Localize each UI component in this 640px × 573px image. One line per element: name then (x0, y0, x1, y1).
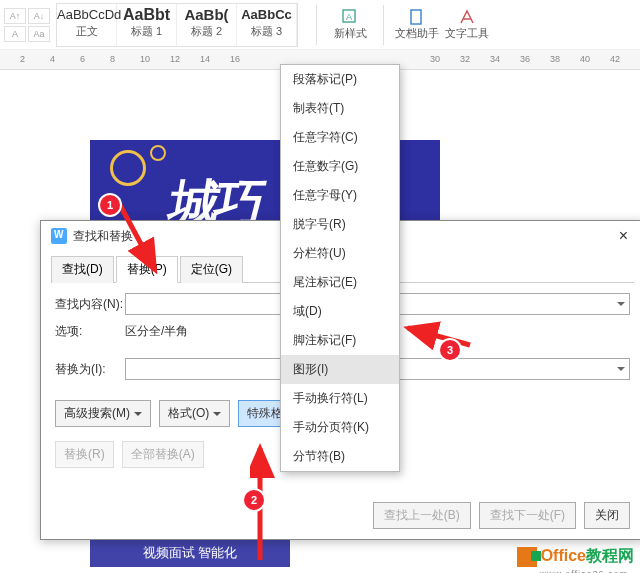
format-button[interactable]: 格式(O) (159, 400, 230, 427)
options-value: 区分全/半角 (125, 323, 188, 340)
annotation-arrow-1 (110, 200, 170, 280)
ribbon: A↑ A↓ A Aa AaBbCcDd 正文 AaBbt 标题 1 AaBb( … (0, 0, 640, 50)
chevron-down-icon (213, 412, 221, 420)
font-options-icon[interactable]: Aa (28, 26, 50, 42)
style-label: 标题 2 (177, 24, 236, 39)
decrease-font-icon[interactable]: A↓ (28, 8, 50, 24)
separator (383, 5, 384, 45)
replace-button[interactable]: 替换(R) (55, 441, 114, 468)
style-label: 正文 (57, 24, 116, 39)
options-label: 选项: (55, 323, 125, 340)
separator (316, 5, 317, 45)
menu-paragraph-mark[interactable]: 段落标记(P) (281, 65, 399, 94)
style-preview: AaBbt (117, 6, 176, 24)
menu-caret[interactable]: 脱字号(R) (281, 210, 399, 239)
clear-format-icon[interactable]: A (4, 26, 26, 42)
close-icon[interactable]: × (613, 227, 634, 245)
style-preview: AaBb( (177, 6, 236, 24)
menu-footnote-mark[interactable]: 脚注标记(F) (281, 326, 399, 355)
menu-any-letter[interactable]: 任意字母(Y) (281, 181, 399, 210)
style-label: 标题 3 (237, 24, 296, 39)
svg-line-3 (120, 205, 155, 270)
new-style-label: 新样式 (334, 26, 367, 41)
doc-helper-icon (408, 8, 426, 26)
menu-endnote-mark[interactable]: 尾注标记(E) (281, 268, 399, 297)
doc-helper-label: 文档助手 (395, 26, 439, 41)
dialog-footer: 查找上一处(B) 查找下一处(F) 关闭 (373, 502, 630, 529)
style-heading2[interactable]: AaBb( 标题 2 (177, 4, 237, 46)
style-gallery[interactable]: AaBbCcDd 正文 AaBbt 标题 1 AaBb( 标题 2 AaBbCc… (56, 3, 298, 47)
find-prev-button[interactable]: 查找上一处(B) (373, 502, 471, 529)
style-label: 标题 1 (117, 24, 176, 39)
menu-any-digit[interactable]: 任意数字(G) (281, 152, 399, 181)
replace-all-button[interactable]: 全部替换(A) (122, 441, 204, 468)
menu-manual-line-break[interactable]: 手动换行符(L) (281, 384, 399, 413)
menu-manual-page-break[interactable]: 手动分页符(K) (281, 413, 399, 442)
doc-helper-button[interactable]: 文档助手 (392, 3, 442, 47)
annotation-badge-2: 2 (244, 490, 264, 510)
svg-text:A: A (346, 12, 352, 22)
tab-goto[interactable]: 定位(G) (180, 256, 243, 283)
menu-field[interactable]: 域(D) (281, 297, 399, 326)
svg-rect-2 (411, 10, 421, 24)
svg-line-5 (408, 328, 470, 345)
style-preview: AaBbCcDd (57, 6, 116, 24)
site-watermark: Office教程网 (517, 546, 634, 567)
menu-tab-char[interactable]: 制表符(T) (281, 94, 399, 123)
close-button[interactable]: 关闭 (584, 502, 630, 529)
increase-font-icon[interactable]: A↑ (4, 8, 26, 24)
office-logo-icon (517, 547, 537, 567)
menu-section-break[interactable]: 分节符(B) (281, 442, 399, 471)
menu-any-char[interactable]: 任意字符(C) (281, 123, 399, 152)
text-tools-button[interactable]: 文字工具 (442, 3, 492, 47)
replace-label: 替换为(I): (55, 361, 125, 378)
advanced-search-button[interactable]: 高级搜索(M) (55, 400, 151, 427)
app-icon (51, 228, 67, 244)
find-next-button[interactable]: 查找下一处(F) (479, 502, 576, 529)
chevron-down-icon (134, 412, 142, 420)
text-tools-label: 文字工具 (445, 26, 489, 41)
font-size-controls: A↑ A↓ A Aa (4, 8, 50, 42)
annotation-badge-3: 3 (440, 340, 460, 360)
annotation-badge-1: 1 (100, 195, 120, 215)
style-normal[interactable]: AaBbCcDd 正文 (57, 4, 117, 46)
style-heading1[interactable]: AaBbt 标题 1 (117, 4, 177, 46)
find-label: 查找内容(N): (55, 296, 125, 313)
text-tools-icon (458, 8, 476, 26)
special-format-menu: 段落标记(P) 制表符(T) 任意字符(C) 任意数字(G) 任意字母(Y) 脱… (280, 64, 400, 472)
new-style-button[interactable]: A 新样式 (325, 3, 375, 47)
site-url: www.office26.com (540, 569, 628, 573)
new-style-icon: A (341, 8, 359, 26)
menu-graphic[interactable]: 图形(I) (281, 355, 399, 384)
tab-find[interactable]: 查找(D) (51, 256, 114, 283)
style-preview: AaBbCc (237, 6, 296, 24)
style-heading3[interactable]: AaBbCc 标题 3 (237, 4, 297, 46)
menu-column-break[interactable]: 分栏符(U) (281, 239, 399, 268)
